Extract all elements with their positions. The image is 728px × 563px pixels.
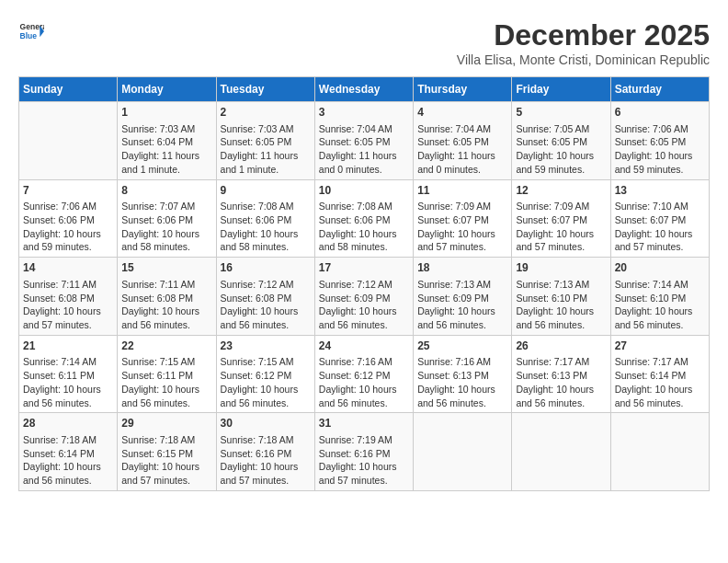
weekday-header: Friday	[512, 77, 610, 102]
day-number: 25	[417, 339, 507, 354]
day-info-line: Sunset: 6:09 PM	[319, 292, 409, 305]
day-info-line: Daylight: 10 hours	[319, 227, 409, 241]
day-info-line: Sunrise: 7:11 AM	[23, 278, 113, 292]
day-info-line: and 57 minutes.	[417, 240, 507, 254]
day-info-line: Daylight: 11 hours	[121, 149, 211, 163]
day-info-line: Daylight: 10 hours	[417, 383, 507, 396]
day-info-line: Sunset: 6:16 PM	[319, 447, 409, 461]
calendar-day-cell: 1Sunrise: 7:03 AMSunset: 6:04 PMDaylight…	[118, 102, 216, 180]
day-info-line: Daylight: 10 hours	[615, 149, 705, 163]
calendar-week-row: 7Sunrise: 7:06 AMSunset: 6:06 PMDaylight…	[19, 179, 710, 258]
day-info-line: Sunrise: 7:13 AM	[516, 278, 606, 292]
day-info-line: Sunrise: 7:16 AM	[417, 355, 507, 369]
day-info-line: and 56 minutes.	[319, 318, 409, 332]
day-info-line: Sunrise: 7:09 AM	[516, 200, 606, 213]
day-info-line: Daylight: 10 hours	[23, 304, 113, 318]
calendar-day-cell: 18Sunrise: 7:13 AMSunset: 6:09 PMDayligh…	[414, 258, 512, 336]
day-info-line: Sunrise: 7:17 AM	[615, 355, 705, 369]
day-info-line: and 1 minute.	[121, 163, 211, 177]
day-number: 10	[319, 183, 409, 199]
day-number: 7	[23, 183, 113, 199]
calendar-day-cell: 28Sunrise: 7:18 AMSunset: 6:14 PMDayligh…	[19, 413, 118, 491]
day-info-line: Daylight: 10 hours	[23, 460, 113, 474]
day-info-line: and 56 minutes.	[221, 318, 311, 332]
calendar-day-cell: 5Sunrise: 7:05 AMSunset: 6:05 PMDaylight…	[512, 102, 610, 180]
weekday-header: Tuesday	[216, 77, 314, 102]
day-info-line: Sunrise: 7:04 AM	[319, 122, 409, 136]
day-info-line: Sunrise: 7:12 AM	[319, 278, 409, 292]
day-info-line: and 56 minutes.	[121, 318, 211, 332]
day-info-line: and 57 minutes.	[121, 474, 211, 488]
day-number: 3	[319, 105, 409, 121]
day-info-line: Sunset: 6:05 PM	[615, 135, 705, 149]
day-info-line: Daylight: 10 hours	[221, 383, 311, 396]
weekday-header: Monday	[118, 77, 216, 102]
day-info-line: Daylight: 10 hours	[121, 460, 211, 474]
day-info-line: Daylight: 10 hours	[121, 227, 211, 241]
day-info-line: Sunset: 6:09 PM	[417, 292, 507, 305]
calendar-day-cell: 2Sunrise: 7:03 AMSunset: 6:05 PMDaylight…	[216, 102, 314, 180]
day-number: 14	[23, 260, 113, 276]
day-info-line: Sunrise: 7:16 AM	[319, 355, 409, 369]
day-info-line: Sunset: 6:04 PM	[121, 135, 211, 149]
day-info-line: and 0 minutes.	[319, 163, 409, 177]
calendar-week-row: 1Sunrise: 7:03 AMSunset: 6:04 PMDaylight…	[19, 102, 710, 180]
day-info-line: Sunset: 6:06 PM	[319, 213, 409, 227]
day-number: 16	[221, 260, 311, 276]
day-info-line: Sunrise: 7:14 AM	[615, 278, 705, 292]
calendar-day-cell: 14Sunrise: 7:11 AMSunset: 6:08 PMDayligh…	[19, 258, 118, 336]
day-number: 6	[615, 105, 705, 121]
month-title: December 2025	[457, 18, 710, 52]
day-info-line: and 57 minutes.	[23, 318, 113, 332]
calendar-day-cell: 4Sunrise: 7:04 AMSunset: 6:05 PMDaylight…	[414, 102, 512, 180]
day-info-line: Sunset: 6:10 PM	[615, 292, 705, 305]
day-info-line: Sunset: 6:07 PM	[516, 213, 606, 227]
day-info-line: Daylight: 10 hours	[615, 227, 705, 241]
day-info-line: and 58 minutes.	[319, 240, 409, 254]
day-info-line: Sunrise: 7:18 AM	[23, 433, 113, 447]
day-info-line: and 56 minutes.	[615, 318, 705, 332]
title-area: December 2025 Villa Elisa, Monte Cristi,…	[457, 18, 710, 67]
day-info-line: Daylight: 10 hours	[516, 383, 606, 396]
day-info-line: Sunset: 6:07 PM	[615, 213, 705, 227]
day-info-line: Daylight: 10 hours	[615, 304, 705, 318]
day-info-line: Sunset: 6:16 PM	[221, 447, 311, 461]
day-info-line: Sunrise: 7:14 AM	[23, 355, 113, 369]
day-info-line: Daylight: 10 hours	[319, 383, 409, 396]
day-info-line: Sunrise: 7:06 AM	[23, 200, 113, 213]
calendar-day-cell: 22Sunrise: 7:15 AMSunset: 6:11 PMDayligh…	[118, 335, 216, 413]
day-info-line: Daylight: 10 hours	[516, 227, 606, 241]
calendar-header-row: SundayMondayTuesdayWednesdayThursdayFrid…	[19, 77, 710, 102]
day-info-line: Sunset: 6:13 PM	[516, 369, 606, 383]
weekday-header: Saturday	[610, 77, 709, 102]
day-info-line: Daylight: 11 hours	[221, 149, 311, 163]
calendar-day-cell: 19Sunrise: 7:13 AMSunset: 6:10 PMDayligh…	[512, 258, 610, 336]
day-info-line: Sunrise: 7:04 AM	[417, 122, 507, 136]
day-info-line: and 59 minutes.	[615, 163, 705, 177]
day-info-line: Sunset: 6:08 PM	[121, 292, 211, 305]
day-number: 20	[615, 260, 705, 276]
day-info-line: Daylight: 10 hours	[516, 304, 606, 318]
day-info-line: and 0 minutes.	[417, 163, 507, 177]
day-info-line: and 1 minute.	[221, 163, 311, 177]
calendar-day-cell: 11Sunrise: 7:09 AMSunset: 6:07 PMDayligh…	[414, 179, 512, 258]
day-info-line: Sunset: 6:05 PM	[417, 135, 507, 149]
day-info-line: Daylight: 11 hours	[319, 149, 409, 163]
day-number: 5	[516, 105, 606, 121]
day-number: 17	[319, 260, 409, 276]
calendar-day-cell	[512, 413, 610, 491]
day-info-line: and 59 minutes.	[516, 163, 606, 177]
location-subtitle: Villa Elisa, Monte Cristi, Dominican Rep…	[457, 52, 710, 67]
day-info-line: Sunset: 6:14 PM	[615, 369, 705, 383]
day-info-line: Daylight: 10 hours	[23, 227, 113, 241]
day-info-line: and 58 minutes.	[221, 240, 311, 254]
logo: General Blue	[18, 18, 44, 44]
day-info-line: Sunrise: 7:03 AM	[221, 122, 311, 136]
calendar-body: 1Sunrise: 7:03 AMSunset: 6:04 PMDaylight…	[19, 102, 710, 491]
day-info-line: and 56 minutes.	[516, 396, 606, 410]
day-info-line: and 59 minutes.	[23, 240, 113, 254]
day-info-line: Sunrise: 7:03 AM	[121, 122, 211, 136]
day-number: 18	[417, 260, 507, 276]
day-info-line: Daylight: 10 hours	[417, 304, 507, 318]
calendar-day-cell: 7Sunrise: 7:06 AMSunset: 6:06 PMDaylight…	[19, 179, 118, 258]
